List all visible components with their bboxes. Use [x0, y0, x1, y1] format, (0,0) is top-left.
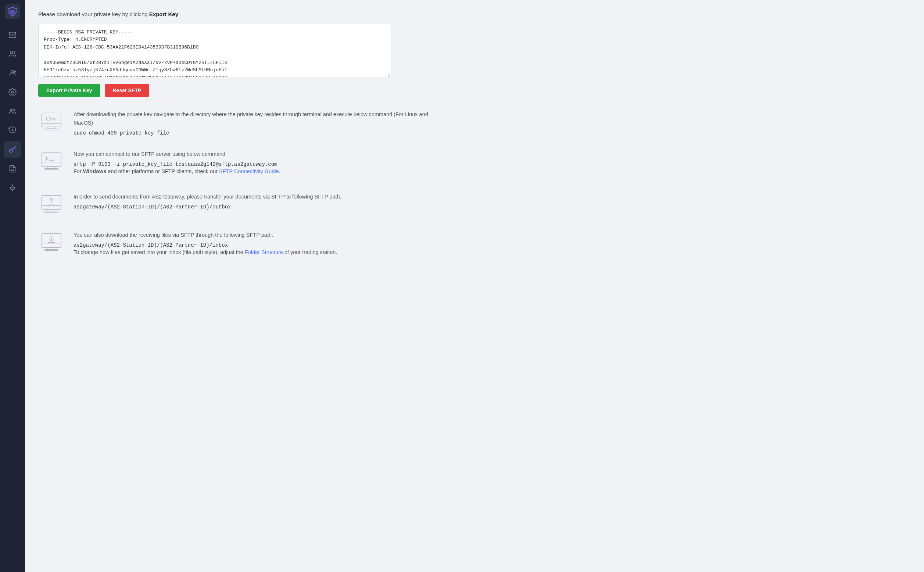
sftp-connectivity-guide-link[interactable]: SFTP Connectivity Guide [219, 168, 279, 174]
svg-point-2 [10, 51, 13, 54]
private-key-textarea[interactable] [38, 24, 391, 77]
instruction-inbox-text: You can also download the receiving file… [73, 231, 443, 260]
svg-rect-23 [48, 166, 55, 168]
sidebar-item-users[interactable] [4, 103, 21, 120]
instruction-inbox: You can also download the receiving file… [38, 231, 443, 260]
app-logo[interactable] [5, 5, 20, 19]
sidebar-item-plugins[interactable] [4, 179, 21, 196]
monitor-terminal-icon [38, 150, 65, 174]
svg-point-6 [11, 91, 14, 93]
sidebar-item-trading-partners[interactable] [4, 45, 21, 62]
export-private-key-button[interactable]: Export Private Key [38, 84, 100, 97]
instruction-chmod-text: After downloading the private key naviga… [73, 110, 443, 136]
svg-point-17 [46, 117, 51, 121]
action-buttons: Export Private Key Reset SFTP [38, 84, 911, 97]
svg-rect-16 [45, 129, 58, 130]
reset-sftp-button[interactable]: Reset SFTP [105, 84, 150, 97]
intro-text: Please download your private key by clic… [38, 10, 911, 19]
svg-point-7 [10, 109, 12, 111]
main-content: Please download your private key by clic… [25, 0, 924, 572]
svg-rect-12 [11, 187, 15, 189]
sidebar-item-profile[interactable]: i [4, 65, 21, 82]
instruction-outbox-text: In order to send documents from AS2 Gate… [73, 193, 443, 210]
svg-point-8 [13, 109, 15, 111]
sidebar-item-messages[interactable] [4, 26, 21, 44]
sidebar-item-settings[interactable] [4, 84, 21, 101]
svg-rect-13 [42, 113, 61, 127]
sidebar-item-certificates[interactable] [4, 160, 21, 177]
instruction-sftp-connect-text: Now you can connect to our SFTP server u… [73, 150, 443, 179]
sidebar-item-logs[interactable] [4, 122, 21, 139]
instruction-chmod: After downloading the private key naviga… [38, 110, 443, 136]
svg-point-9 [9, 149, 12, 152]
svg-rect-29 [45, 211, 58, 213]
svg-rect-28 [48, 210, 55, 211]
svg-rect-15 [48, 127, 55, 129]
svg-rect-24 [45, 168, 58, 169]
sidebar: i [0, 0, 25, 572]
instruction-sftp-connect: Now you can connect to our SFTP server u… [38, 150, 443, 179]
monitor-key-icon [38, 110, 65, 135]
monitor-download-icon [38, 231, 65, 255]
instruction-outbox: In order to send documents from AS2 Gate… [38, 193, 443, 217]
svg-rect-34 [48, 248, 55, 250]
monitor-upload-icon [38, 193, 65, 217]
svg-rect-21 [42, 152, 61, 166]
sidebar-item-sftp[interactable] [4, 141, 21, 158]
svg-rect-35 [45, 250, 58, 251]
svg-rect-1 [9, 33, 16, 38]
folder-structure-link[interactable]: Folder Structure [245, 249, 283, 255]
